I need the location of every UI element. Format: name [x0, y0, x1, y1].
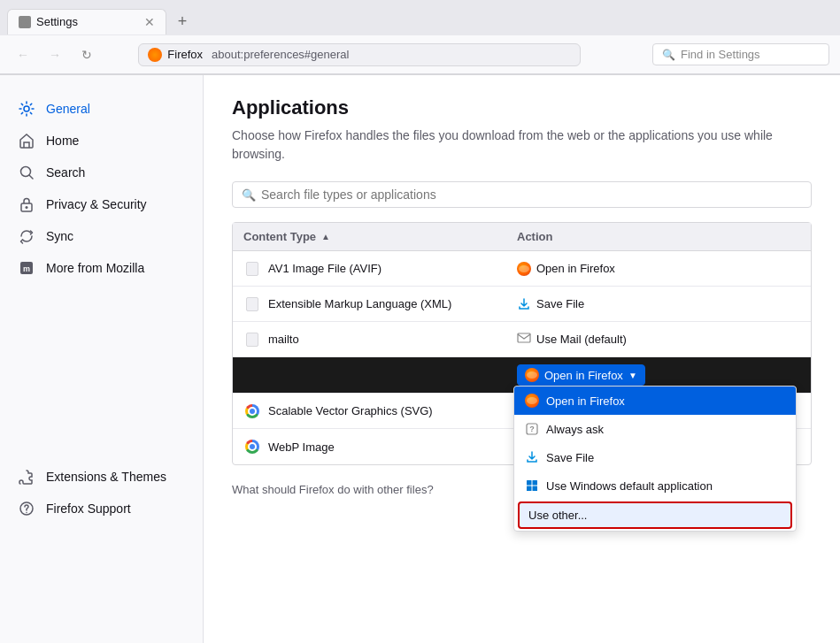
mozilla-icon: m [18, 259, 35, 277]
sidebar-item-sync[interactable]: Sync [0, 220, 203, 252]
home-icon [18, 132, 35, 149]
webp-icon [243, 438, 261, 455]
sync-icon [18, 227, 35, 245]
forward-button[interactable]: → [42, 42, 67, 67]
lock-icon [18, 195, 35, 213]
reload-button[interactable]: ↻ [74, 42, 99, 67]
search-icon [18, 164, 35, 181]
tab-close-button[interactable]: ✕ [144, 15, 155, 29]
webp-name: WebP Image [268, 440, 517, 454]
tab-bar: Settings ✕ + [0, 0, 840, 35]
find-in-settings[interactable]: 🔍 Find in Settings [652, 43, 829, 65]
svg-rect-14 [527, 486, 532, 492]
sidebar-item-privacy[interactable]: Privacy & Security [0, 188, 203, 220]
sidebar-label-home: Home [46, 134, 79, 148]
svg-text:?: ? [529, 425, 535, 433]
sidebar-label-support: Firefox Support [46, 501, 131, 516]
action-dropdown[interactable]: Open in Firefox ▼ Open in Firefox [517, 364, 645, 386]
selected-row-icon [243, 366, 261, 384]
main-layout: General Home Search [0, 75, 840, 643]
app-search-bar[interactable]: 🔍 [232, 181, 812, 208]
sidebar-label-search: Search [46, 165, 85, 180]
tab-title: Settings [36, 15, 139, 28]
svg-name: Scalable Vector Graphics (SVG) [268, 404, 517, 417]
firefox-action-icon [517, 262, 531, 276]
avif-name: AV1 Image File (AVIF) [268, 262, 517, 275]
sidebar-item-support[interactable]: Firefox Support [0, 493, 203, 524]
question-icon: ? [525, 422, 539, 436]
sidebar-item-general[interactable]: General [0, 93, 203, 125]
svg-point-4 [26, 206, 28, 209]
mailto-name: mailto [268, 333, 517, 346]
help-icon [18, 500, 35, 517]
table-header: Content Type ▲ Action [233, 223, 811, 251]
dropdown-menu: Open in Firefox ? Always a [513, 386, 797, 532]
option-ff-icon [525, 394, 539, 408]
browser-name: Firefox [167, 48, 203, 61]
sidebar-label-sync: Sync [46, 229, 73, 243]
dropdown-ff-icon [525, 368, 539, 382]
find-placeholder-text: Find in Settings [681, 48, 760, 61]
svg-rect-9 [518, 333, 530, 342]
dropdown-option-use-other[interactable]: Use other... [518, 501, 792, 529]
avif-icon [243, 260, 261, 278]
table-row[interactable]: AV1 Image File (AVIF) Open in Firefox [233, 251, 811, 287]
svg-text:m: m [23, 264, 30, 273]
svg-point-1 [24, 106, 29, 111]
avif-action: Open in Firefox [517, 262, 800, 276]
sidebar: General Home Search [0, 75, 204, 643]
dropdown-option-open-firefox[interactable]: Open in Firefox [514, 387, 796, 415]
selected-row-action: Open in Firefox ▼ Open in Firefox [517, 364, 800, 386]
address-url: about:preferences#general [212, 48, 349, 61]
content-area: Applications Choose how Firefox handles … [204, 75, 840, 643]
mail-action-icon [517, 333, 531, 347]
page-title: Applications [232, 96, 812, 119]
svg-rect-13 [533, 480, 538, 486]
sidebar-label-mozilla: More from Mozilla [46, 261, 144, 275]
table-row[interactable]: mailto Use Mail (default) [233, 322, 811, 357]
dropdown-option-always-ask[interactable]: ? Always ask [514, 415, 796, 443]
extensions-icon [18, 468, 35, 486]
dropdown-trigger[interactable]: Open in Firefox ▼ [517, 364, 645, 386]
app-search-input[interactable] [261, 188, 802, 202]
windows-icon [525, 478, 539, 493]
firefox-logo-icon [148, 48, 162, 62]
col-content-type: Content Type ▲ [243, 230, 517, 243]
address-bar[interactable]: Firefox about:preferences#general [138, 43, 581, 66]
xml-action: Save File [517, 297, 800, 311]
svg-point-8 [26, 512, 27, 514]
xml-name: Extensible Markup Language (XML) [268, 297, 517, 310]
settings-tab[interactable]: Settings ✕ [7, 9, 166, 34]
new-tab-button[interactable]: + [170, 9, 195, 34]
nav-bar: ← → ↻ Firefox about:preferences#general … [0, 35, 840, 74]
download-option-icon [525, 450, 539, 464]
sidebar-item-mozilla[interactable]: m More from Mozilla [0, 252, 203, 284]
mailto-action: Use Mail (default) [517, 333, 800, 347]
xml-icon [243, 295, 261, 313]
download-action-icon [517, 297, 531, 311]
selected-table-row[interactable]: Open in Firefox ▼ Open in Firefox [233, 357, 811, 394]
table-row[interactable]: Extensible Markup Language (XML) Save Fi… [233, 287, 811, 322]
sort-icon: ▲ [321, 232, 330, 241]
section-description: Choose how Firefox handles the files you… [232, 126, 812, 164]
dropdown-option-windows-default[interactable]: Use Windows default application [514, 471, 796, 500]
tab-favicon [19, 16, 31, 28]
sidebar-label-general: General [46, 102, 90, 116]
find-icon: 🔍 [662, 49, 675, 61]
back-button[interactable]: ← [11, 42, 35, 67]
dropdown-option-save-file[interactable]: Save File [514, 443, 796, 471]
sidebar-item-extensions[interactable]: Extensions & Themes [0, 461, 203, 493]
svg-rect-12 [527, 480, 532, 486]
gear-icon [18, 100, 35, 118]
svg-icon [243, 402, 261, 420]
applications-table: Content Type ▲ Action AV1 Image File (AV… [232, 222, 812, 465]
svg-rect-15 [533, 486, 538, 492]
sidebar-label-privacy: Privacy & Security [46, 197, 147, 211]
browser-chrome: Settings ✕ + ← → ↻ Firefox about:prefere… [0, 0, 840, 75]
sidebar-label-extensions: Extensions & Themes [46, 470, 166, 484]
chevron-down-icon: ▼ [628, 371, 637, 380]
sidebar-item-home[interactable]: Home [0, 125, 203, 157]
col-action: Action [517, 230, 800, 243]
search-bar-icon: 🔍 [242, 188, 256, 202]
sidebar-item-search[interactable]: Search [0, 157, 203, 188]
